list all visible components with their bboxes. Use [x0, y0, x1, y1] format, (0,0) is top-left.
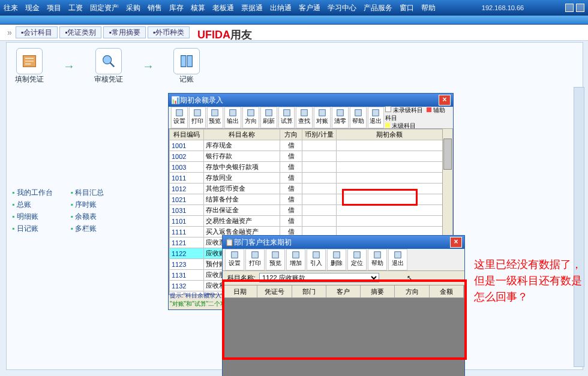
col-header[interactable]: 科目名称 — [204, 130, 280, 140]
menu-item[interactable]: 票据通 — [241, 4, 263, 12]
col-header[interactable]: 客户 — [326, 285, 361, 297]
menu-item[interactable]: 库存 — [169, 4, 184, 12]
table-row[interactable]: 1021结算备付金借 — [170, 194, 443, 205]
step-book[interactable]: 记账 — [173, 48, 200, 85]
table-row[interactable]: 1011存放同业借 — [170, 173, 443, 184]
col-header[interactable]: 期初余额 — [337, 130, 443, 140]
table-row[interactable]: 1012其他货币资金借 — [170, 184, 443, 194]
tool-设置[interactable]: 设置 — [171, 107, 188, 128]
window-toolbar: 设置打印预览增加引入删除定位帮助退出 — [223, 249, 464, 271]
tool-试算[interactable]: 试算 — [278, 107, 295, 128]
step-fill-voucher[interactable]: 填制凭证 — [15, 48, 44, 85]
subject-selector-row: 科目名称: 1122 应收账款 ↖ — [223, 270, 464, 285]
quick-link[interactable]: 多栏账 — [71, 224, 104, 234]
toolbar-tab[interactable]: ▪常用摘要 — [103, 26, 145, 38]
tool-打印[interactable]: 打印 — [245, 249, 265, 270]
tool-打印[interactable]: 打印 — [189, 107, 206, 128]
menu-item[interactable]: 现金 — [25, 4, 40, 12]
scrollbar-vertical[interactable] — [574, 87, 584, 367]
menu-item[interactable]: 工资 — [68, 4, 83, 12]
menu-item[interactable]: 客户通 — [299, 4, 320, 12]
tool-帮助[interactable]: 帮助 — [368, 249, 387, 270]
table-row[interactable]: 1001库存现金借 — [170, 140, 443, 151]
menu-item[interactable]: 学习中心 — [328, 4, 356, 12]
table-row[interactable]: 1101交易性金融资产借 — [170, 216, 443, 227]
svg-rect-4 — [212, 110, 218, 116]
quick-link[interactable]: 我的工作台 — [12, 188, 53, 198]
quick-link[interactable]: 总账 — [12, 200, 53, 210]
subject-select[interactable]: 1122 应收账款 — [259, 273, 379, 282]
quick-link[interactable]: 明细账 — [12, 212, 53, 222]
menu-item[interactable]: 出纳通 — [270, 4, 292, 12]
menu-item[interactable]: 核算 — [191, 4, 205, 12]
address-display: 192.168.10.66 — [443, 4, 563, 11]
col-header[interactable]: 日期 — [223, 285, 257, 297]
close-icon[interactable]: × — [450, 237, 462, 248]
minimize-button[interactable] — [565, 4, 574, 12]
tool-方向[interactable]: 方向 — [242, 107, 259, 128]
titlebar[interactable]: 📋 部门客户往来期初 × — [223, 236, 464, 249]
menu-item[interactable]: 固定资产 — [90, 4, 119, 12]
quick-link[interactable]: 序时账 — [71, 200, 104, 210]
tool-帮助[interactable]: 帮助 — [350, 107, 367, 128]
svg-rect-10 — [319, 110, 326, 116]
detail-grid-header: 日期凭证号部门客户摘要方向金额 — [223, 285, 464, 298]
col-header[interactable]: 金额 — [430, 285, 464, 297]
titlebar[interactable]: 📊 期初余额录入 × — [169, 94, 453, 107]
quick-link[interactable]: 科目汇总 — [71, 188, 104, 198]
tool-清零[interactable]: 清零 — [332, 107, 349, 128]
menu-item[interactable]: 往来 — [4, 4, 18, 12]
main-menu-bar: 往来现金项目工资固定资产采购销售库存核算老板通票据通出纳通客户通学习中心产品服务… — [0, 0, 588, 16]
menu-item[interactable]: 产品服务 — [364, 4, 392, 12]
toolbar-tab[interactable]: ▪凭证类别 — [59, 26, 101, 38]
annotation-text: 这里已经没有数据了，但是一级科目还有数是怎么回事？ — [474, 257, 582, 305]
menu-item[interactable]: 帮助 — [421, 4, 436, 12]
maximize-button[interactable] — [576, 4, 584, 12]
menu-item[interactable]: 销售 — [148, 4, 162, 12]
legend: 未录级科目 辅助科目 末级科目 — [385, 106, 451, 130]
toolbar-tab[interactable]: ▪会计科目 — [16, 26, 58, 38]
tool-预览[interactable]: 预览 — [207, 107, 224, 128]
tool-查找[interactable]: 查找 — [296, 107, 313, 128]
svg-rect-9 — [301, 110, 308, 116]
tool-删除[interactable]: 删除 — [327, 249, 346, 270]
menu-item[interactable]: 窗口 — [400, 4, 414, 12]
svg-rect-6 — [248, 110, 254, 116]
tool-输出[interactable]: 输出 — [224, 107, 241, 128]
window-icon: 📋 — [225, 238, 234, 246]
table-row[interactable]: 1031存出保证金借 — [170, 205, 443, 216]
menu-item[interactable]: 老板通 — [212, 4, 234, 12]
close-icon[interactable]: × — [439, 95, 451, 106]
svg-rect-5 — [230, 110, 236, 116]
step-audit-voucher[interactable]: 审核凭证 — [94, 48, 123, 85]
tool-刷新[interactable]: 刷新 — [260, 107, 277, 128]
sub-toolbar: » ▪会计科目 ▪凭证类别 ▪常用摘要 ▪外币种类 — [0, 25, 588, 41]
col-header[interactable]: 币别/计量 — [302, 130, 337, 140]
menu-item[interactable]: 项目 — [47, 4, 61, 12]
workflow-diagram: 填制凭证 → 审核凭证 → 记账 — [15, 48, 200, 85]
tool-对账[interactable]: 对账 — [314, 107, 331, 128]
tool-退出[interactable]: 退出 — [368, 107, 385, 128]
table-row[interactable]: 1002银行存款借 — [170, 151, 443, 162]
col-header[interactable]: 方向 — [395, 285, 429, 297]
table-row[interactable]: 1003存放中央银行款项借 — [170, 162, 443, 173]
tool-退出[interactable]: 退出 — [388, 249, 407, 270]
menu-item[interactable]: 采购 — [126, 4, 140, 12]
tool-预览[interactable]: 预览 — [266, 249, 285, 270]
quick-link[interactable]: 余额表 — [71, 212, 104, 222]
col-header[interactable]: 部门 — [292, 285, 326, 297]
quick-link[interactable]: 日记账 — [12, 224, 53, 234]
col-header[interactable]: 方向 — [280, 130, 302, 140]
svg-rect-15 — [252, 252, 259, 258]
svg-rect-14 — [232, 252, 238, 258]
tool-增加[interactable]: 增加 — [286, 249, 305, 270]
col-header[interactable]: 凭证号 — [257, 285, 292, 297]
svg-rect-12 — [355, 110, 361, 116]
col-header[interactable]: 摘要 — [361, 285, 395, 297]
tool-定位[interactable]: 定位 — [347, 249, 367, 270]
detail-grid-body[interactable] — [223, 298, 464, 376]
col-header[interactable]: 科目编码 — [170, 130, 204, 140]
tool-设置[interactable]: 设置 — [225, 249, 244, 270]
toolbar-tab[interactable]: ▪外币种类 — [148, 26, 190, 38]
tool-引入[interactable]: 引入 — [307, 249, 326, 270]
